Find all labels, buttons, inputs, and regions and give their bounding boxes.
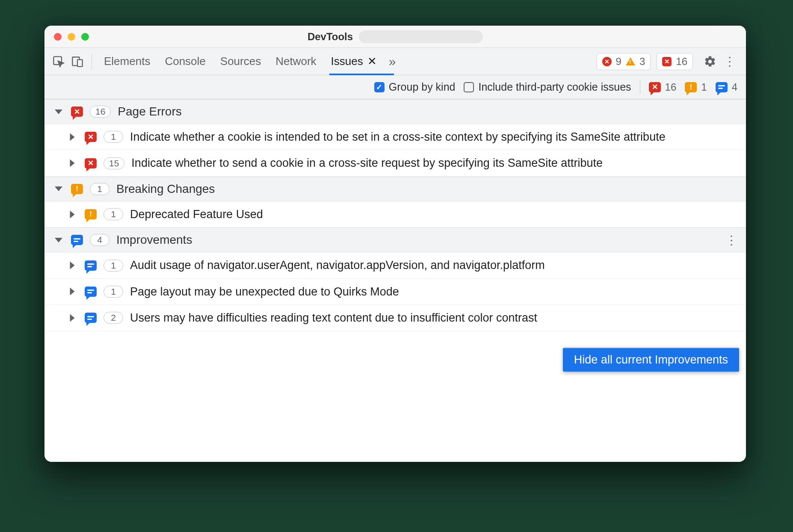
group-header-improvements[interactable]: 4 Improvements ⋮	[44, 228, 746, 252]
issue-count: 2	[104, 312, 123, 324]
issue-count: 1	[104, 286, 123, 298]
group-title: Breaking Changes	[116, 182, 215, 196]
window-subtitle-pill	[359, 30, 483, 43]
issue-row[interactable]: 1 Audit usage of navigator.userAgent, na…	[44, 252, 746, 278]
disclosure-triangle-icon	[70, 133, 75, 141]
info-bubble-icon	[85, 260, 97, 271]
tab-network[interactable]: Network	[275, 48, 316, 75]
error-count: 9	[616, 56, 621, 68]
disclosure-triangle-icon	[70, 262, 75, 269]
warning-count: 3	[639, 56, 645, 68]
group-header-breaking-changes[interactable]: 1 Breaking Changes	[44, 177, 746, 201]
window-title: DevTools	[308, 31, 353, 43]
group-header-page-errors[interactable]: 16 Page Errors	[44, 99, 746, 124]
tab-console[interactable]: Console	[165, 48, 205, 75]
tab-sources[interactable]: Sources	[220, 48, 261, 75]
close-window-button[interactable]	[54, 33, 62, 41]
traffic-lights	[54, 33, 89, 41]
group-title: Improvements	[116, 233, 192, 247]
warning-bubble-icon	[685, 82, 697, 92]
issue-row[interactable]: 1 Indicate whether a cookie is intended …	[44, 124, 746, 150]
issue-text: Deprecated Feature Used	[130, 207, 736, 222]
inspect-element-icon[interactable]	[52, 55, 65, 68]
issue-row[interactable]: 1 Deprecated Feature Used	[44, 201, 746, 228]
tab-close-icon[interactable]: ✕	[367, 55, 377, 68]
filter-errors[interactable]: 16	[649, 81, 677, 93]
info-bubble-icon	[85, 287, 97, 297]
minimize-window-button[interactable]	[68, 33, 75, 41]
warning-bubble-icon	[71, 184, 83, 194]
error-bubble-icon	[71, 106, 83, 117]
zoom-window-button[interactable]	[81, 33, 89, 41]
issue-text: Audit usage of navigator.userAgent, navi…	[130, 257, 736, 273]
issue-row[interactable]: 1 Page layout may be unexpected due to Q…	[44, 279, 746, 305]
issue-count: 1	[104, 260, 123, 272]
console-status-badge-2[interactable]: ✕ 16	[657, 53, 693, 70]
filter-warnings[interactable]: 1	[685, 81, 707, 93]
main-toolbar: Elements Console Sources Network Issues …	[44, 48, 746, 75]
info-bubble-icon	[716, 82, 728, 92]
issue-count: 1	[104, 208, 123, 220]
device-toggle-icon[interactable]	[71, 55, 84, 68]
more-tabs-icon[interactable]: »	[389, 54, 396, 69]
more-options-icon[interactable]: ⋮	[721, 53, 738, 70]
console-status-badge-1[interactable]: 9 3	[597, 53, 651, 70]
disclosure-triangle-icon	[55, 109, 62, 114]
tab-elements[interactable]: Elements	[104, 48, 150, 75]
checkbox-icon	[374, 82, 385, 92]
third-party-label: Include third-party cookie issues	[478, 81, 631, 93]
svg-rect-2	[77, 59, 83, 66]
info-bubble-icon	[71, 235, 83, 245]
separator	[640, 80, 640, 95]
panel-tabs: Elements Console Sources Network Issues …	[104, 48, 377, 75]
issue-text: Users may have difficulties reading text…	[130, 310, 736, 325]
warning-icon	[626, 57, 635, 65]
issues-list: 16 Page Errors 1 Indicate whether a cook…	[44, 99, 746, 462]
titlebar: DevTools	[44, 26, 746, 48]
settings-icon[interactable]	[701, 53, 719, 70]
issue-text: Indicate whether to send a cookie in a c…	[131, 155, 736, 171]
group-count: 16	[90, 106, 111, 118]
issue-text: Page layout may be unexpected due to Qui…	[130, 284, 736, 299]
error-bubble-icon	[85, 158, 97, 168]
tab-issues-label: Issues	[331, 55, 363, 68]
filter-info[interactable]: 4	[716, 81, 737, 93]
issue-count: 15	[104, 157, 124, 169]
disclosure-triangle-icon	[70, 210, 75, 218]
disclosure-triangle-icon	[55, 186, 62, 191]
error-bubble-icon	[649, 82, 661, 92]
error-icon	[602, 57, 612, 66]
tab-issues[interactable]: Issues ✕	[331, 48, 377, 75]
context-menu-hide-improvements[interactable]: Hide all current Improvements	[563, 347, 739, 372]
checkbox-icon	[464, 82, 474, 92]
warning-bubble-icon	[85, 209, 97, 219]
issue-row[interactable]: 2 Users may have difficulties reading te…	[44, 305, 746, 331]
devtools-window: DevTools Elements Console Sources Networ…	[44, 26, 746, 462]
context-menu-label: Hide all current Improvements	[574, 353, 728, 366]
group-by-kind-checkbox[interactable]: Group by kind	[374, 81, 456, 93]
group-count: 1	[90, 183, 109, 195]
error-bubble-icon	[85, 132, 97, 142]
error-icon: ✕	[662, 57, 672, 66]
group-title: Page Errors	[118, 105, 181, 118]
third-party-checkbox[interactable]: Include third-party cookie issues	[464, 81, 631, 93]
group-by-kind-label: Group by kind	[389, 81, 456, 93]
disclosure-triangle-icon	[55, 238, 62, 242]
issues-filter-bar: Group by kind Include third-party cookie…	[44, 75, 746, 99]
group-more-options-icon[interactable]: ⋮	[725, 238, 737, 242]
disclosure-triangle-icon	[70, 160, 75, 167]
error-count: 16	[676, 56, 687, 68]
issue-count: 1	[104, 131, 123, 143]
disclosure-triangle-icon	[70, 288, 75, 296]
group-count: 4	[90, 234, 109, 246]
issue-row[interactable]: 15 Indicate whether to send a cookie in …	[44, 150, 746, 176]
info-bubble-icon	[85, 313, 97, 323]
toolbar-separator	[92, 54, 92, 69]
disclosure-triangle-icon	[70, 314, 75, 322]
issue-text: Indicate whether a cookie is intended to…	[130, 129, 736, 145]
